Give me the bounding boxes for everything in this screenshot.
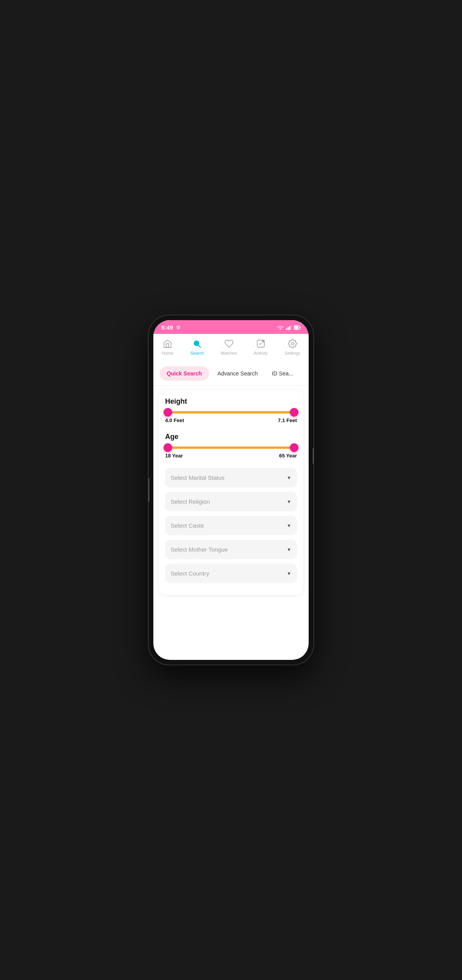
- status-icons: [277, 325, 301, 330]
- main-content: Home Search: [153, 334, 309, 660]
- svg-rect-7: [300, 327, 301, 328]
- nav-label-search: Search: [190, 351, 204, 355]
- svg-point-12: [262, 340, 264, 342]
- activity-icon: [255, 338, 266, 349]
- nav-label-matches: Matches: [221, 351, 237, 355]
- height-range-track[interactable]: [165, 411, 297, 413]
- settings-status-icon: ⚙: [176, 324, 181, 330]
- age-thumb-min[interactable]: [164, 443, 172, 452]
- power-button: [313, 448, 314, 464]
- home-icon: [162, 338, 173, 349]
- dropdown-mother-tongue[interactable]: Select Mother Tongue ▼: [165, 540, 297, 559]
- settings-icon: [287, 338, 298, 349]
- height-label: Height: [165, 397, 297, 406]
- age-range-labels: 18 Year 65 Year: [165, 453, 297, 459]
- wifi-icon: [277, 325, 284, 330]
- svg-rect-2: [287, 327, 289, 330]
- nav-label-home: Home: [162, 351, 173, 355]
- age-range-container: Age 18 Year 65 Year: [165, 433, 297, 459]
- search-tabs: Quick Search Advance Search ID Sea...: [153, 362, 309, 386]
- dropdown-religion-label: Select Religion: [171, 498, 210, 505]
- dropdown-country[interactable]: Select Country ▼: [165, 564, 297, 583]
- tab-quick-search[interactable]: Quick Search: [160, 366, 209, 381]
- filter-card: Height 4.0 Feet 7.1 Feet Age: [159, 390, 303, 595]
- nav-item-search[interactable]: Search: [190, 338, 204, 355]
- scroll-content: Height 4.0 Feet 7.1 Feet Age: [153, 386, 309, 660]
- svg-line-9: [199, 346, 201, 348]
- age-label: Age: [165, 433, 297, 441]
- matches-icon: [224, 338, 235, 349]
- bottom-nav: Home Search: [153, 334, 309, 362]
- nav-item-home[interactable]: Home: [162, 338, 173, 355]
- height-range-labels: 4.0 Feet 7.1 Feet: [165, 417, 297, 423]
- dropdown-marital-status[interactable]: Select Marital Status ▼: [165, 468, 297, 487]
- svg-rect-3: [289, 326, 290, 330]
- svg-rect-4: [291, 325, 291, 330]
- svg-rect-6: [295, 326, 298, 329]
- volume-button: [148, 478, 149, 502]
- dropdown-country-label: Select Country: [171, 570, 209, 577]
- dropdown-caste-label: Select Caste: [171, 522, 204, 529]
- tab-id-search[interactable]: ID Sea...: [266, 366, 298, 381]
- nav-item-matches[interactable]: Matches: [221, 338, 237, 355]
- dropdown-religion-arrow: ▼: [287, 499, 291, 505]
- dropdown-country-arrow: ▼: [287, 571, 291, 576]
- height-thumb-min[interactable]: [164, 408, 172, 417]
- battery-icon: [294, 325, 301, 330]
- svg-point-0: [280, 329, 281, 330]
- svg-point-13: [291, 342, 294, 345]
- dropdown-caste-arrow: ▼: [287, 523, 291, 528]
- age-range-track[interactable]: [165, 446, 297, 449]
- signal-icon: [286, 325, 291, 330]
- nav-item-activity[interactable]: Activity: [254, 338, 268, 355]
- age-thumb-max[interactable]: [290, 443, 298, 452]
- age-min-label: 18 Year: [165, 453, 183, 459]
- height-range-container: Height 4.0 Feet 7.1 Feet: [165, 397, 297, 423]
- search-icon: [191, 338, 202, 349]
- height-thumb-max[interactable]: [290, 408, 298, 417]
- nav-item-settings[interactable]: Settings: [285, 338, 300, 355]
- dropdown-caste[interactable]: Select Caste ▼: [165, 516, 297, 535]
- nav-label-activity: Activity: [254, 351, 268, 355]
- dropdown-religion[interactable]: Select Religion ▼: [165, 492, 297, 511]
- height-max-label: 7.1 Feet: [278, 417, 297, 423]
- dropdown-mother-tongue-label: Select Mother Tongue: [171, 546, 228, 553]
- status-time: 5:49: [161, 324, 173, 331]
- svg-rect-1: [286, 328, 287, 330]
- tab-advance-search[interactable]: Advance Search: [212, 366, 264, 381]
- dropdown-marital-status-label: Select Marital Status: [171, 474, 225, 481]
- height-min-label: 4.0 Feet: [165, 417, 184, 423]
- dropdown-marital-status-arrow: ▼: [287, 475, 291, 481]
- nav-label-settings: Settings: [285, 351, 300, 355]
- dropdown-mother-tongue-arrow: ▼: [287, 547, 291, 552]
- status-bar: 5:49 ⚙: [153, 320, 309, 334]
- age-max-label: 65 Year: [279, 453, 297, 459]
